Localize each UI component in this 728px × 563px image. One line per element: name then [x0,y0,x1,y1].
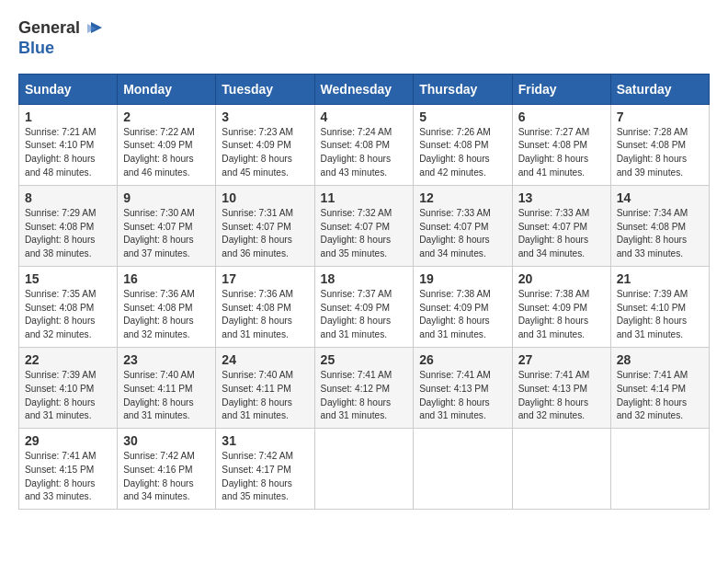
cell-info: Sunrise: 7:26 AMSunset: 4:08 PMDaylight:… [419,126,506,180]
calendar-cell: 12Sunrise: 7:33 AMSunset: 4:07 PMDayligh… [414,185,512,266]
day-number: 3 [222,109,308,124]
calendar-cell: 13Sunrise: 7:33 AMSunset: 4:07 PMDayligh… [512,185,610,266]
cell-info: Sunrise: 7:36 AMSunset: 4:08 PMDaylight:… [222,288,308,342]
cell-info: Sunrise: 7:24 AMSunset: 4:08 PMDaylight:… [321,126,408,180]
cell-info: Sunrise: 7:37 AMSunset: 4:09 PMDaylight:… [321,288,408,342]
cell-info: Sunrise: 7:23 AMSunset: 4:09 PMDaylight:… [222,126,308,180]
calendar-cell: 19Sunrise: 7:38 AMSunset: 4:09 PMDayligh… [414,266,512,347]
week-row-1: 1Sunrise: 7:21 AMSunset: 4:10 PMDaylight… [19,104,710,185]
day-number: 13 [518,190,605,205]
day-number: 19 [419,271,506,286]
cell-info: Sunrise: 7:33 AMSunset: 4:07 PMDaylight:… [419,207,506,261]
cell-info: Sunrise: 7:29 AMSunset: 4:08 PMDaylight:… [25,207,111,261]
calendar-cell: 2Sunrise: 7:22 AMSunset: 4:09 PMDaylight… [118,104,216,185]
calendar-cell [414,429,512,510]
day-number: 12 [419,190,506,205]
week-row-3: 15Sunrise: 7:35 AMSunset: 4:08 PMDayligh… [19,266,710,347]
cell-info: Sunrise: 7:41 AMSunset: 4:12 PMDaylight:… [321,369,408,423]
calendar-cell: 28Sunrise: 7:41 AMSunset: 4:14 PMDayligh… [610,347,709,428]
calendar-cell: 3Sunrise: 7:23 AMSunset: 4:09 PMDaylight… [216,104,314,185]
day-number: 6 [518,109,605,124]
cell-info: Sunrise: 7:22 AMSunset: 4:09 PMDaylight:… [123,126,210,180]
logo: General Blue [18,18,102,59]
cell-info: Sunrise: 7:34 AMSunset: 4:08 PMDaylight:… [617,207,703,261]
day-number: 15 [25,271,111,286]
calendar-cell: 16Sunrise: 7:36 AMSunset: 4:08 PMDayligh… [118,266,216,347]
calendar-cell: 22Sunrise: 7:39 AMSunset: 4:10 PMDayligh… [19,347,118,428]
calendar-cell: 9Sunrise: 7:30 AMSunset: 4:07 PMDaylight… [118,185,216,266]
calendar-table: SundayMondayTuesdayWednesdayThursdayFrid… [18,74,710,511]
day-number: 24 [222,352,308,367]
logo-bird-icon [82,18,102,39]
page-header: General Blue [18,18,710,59]
calendar-cell: 11Sunrise: 7:32 AMSunset: 4:07 PMDayligh… [314,185,414,266]
week-row-2: 8Sunrise: 7:29 AMSunset: 4:08 PMDaylight… [19,185,710,266]
logo-blue: Blue [18,39,102,59]
day-number: 31 [222,433,308,448]
calendar-cell: 20Sunrise: 7:38 AMSunset: 4:09 PMDayligh… [512,266,610,347]
calendar-cell: 6Sunrise: 7:27 AMSunset: 4:08 PMDaylight… [512,104,610,185]
day-number: 22 [25,352,111,367]
cell-info: Sunrise: 7:38 AMSunset: 4:09 PMDaylight:… [518,288,605,342]
day-number: 14 [617,190,703,205]
calendar-cell [314,429,414,510]
day-number: 17 [222,271,308,286]
calendar-cell: 10Sunrise: 7:31 AMSunset: 4:07 PMDayligh… [216,185,314,266]
calendar-cell: 14Sunrise: 7:34 AMSunset: 4:08 PMDayligh… [610,185,709,266]
day-number: 26 [419,352,506,367]
day-number: 28 [617,352,703,367]
week-row-5: 29Sunrise: 7:41 AMSunset: 4:15 PMDayligh… [19,429,710,510]
day-number: 25 [321,352,408,367]
calendar-cell [512,429,610,510]
day-number: 18 [321,271,408,286]
cell-info: Sunrise: 7:32 AMSunset: 4:07 PMDaylight:… [321,207,408,261]
cell-info: Sunrise: 7:21 AMSunset: 4:10 PMDaylight:… [25,126,111,180]
col-header-thursday: Thursday [414,74,512,104]
day-number: 27 [518,352,605,367]
logo-general: General [18,18,80,39]
cell-info: Sunrise: 7:33 AMSunset: 4:07 PMDaylight:… [518,207,605,261]
cell-info: Sunrise: 7:30 AMSunset: 4:07 PMDaylight:… [123,207,210,261]
cell-info: Sunrise: 7:38 AMSunset: 4:09 PMDaylight:… [419,288,506,342]
cell-info: Sunrise: 7:39 AMSunset: 4:10 PMDaylight:… [617,288,703,342]
day-number: 29 [25,433,111,448]
calendar-cell: 29Sunrise: 7:41 AMSunset: 4:15 PMDayligh… [19,429,118,510]
calendar-cell: 1Sunrise: 7:21 AMSunset: 4:10 PMDaylight… [19,104,118,185]
cell-info: Sunrise: 7:28 AMSunset: 4:08 PMDaylight:… [617,126,703,180]
day-number: 7 [617,109,703,124]
cell-info: Sunrise: 7:40 AMSunset: 4:11 PMDaylight:… [123,369,210,423]
col-header-wednesday: Wednesday [314,74,414,104]
col-header-tuesday: Tuesday [216,74,314,104]
calendar-cell: 5Sunrise: 7:26 AMSunset: 4:08 PMDaylight… [414,104,512,185]
header-row: SundayMondayTuesdayWednesdayThursdayFrid… [19,74,710,104]
day-number: 2 [123,109,210,124]
cell-info: Sunrise: 7:41 AMSunset: 4:15 PMDaylight:… [25,450,111,504]
col-header-friday: Friday [512,74,610,104]
day-number: 8 [25,190,111,205]
day-number: 20 [518,271,605,286]
cell-info: Sunrise: 7:31 AMSunset: 4:07 PMDaylight:… [222,207,308,261]
cell-info: Sunrise: 7:42 AMSunset: 4:16 PMDaylight:… [123,450,210,504]
col-header-saturday: Saturday [610,74,709,104]
day-number: 9 [123,190,210,205]
calendar-cell: 7Sunrise: 7:28 AMSunset: 4:08 PMDaylight… [610,104,709,185]
calendar-cell: 24Sunrise: 7:40 AMSunset: 4:11 PMDayligh… [216,347,314,428]
day-number: 4 [321,109,408,124]
week-row-4: 22Sunrise: 7:39 AMSunset: 4:10 PMDayligh… [19,347,710,428]
calendar-cell: 18Sunrise: 7:37 AMSunset: 4:09 PMDayligh… [314,266,414,347]
calendar-cell: 4Sunrise: 7:24 AMSunset: 4:08 PMDaylight… [314,104,414,185]
col-header-monday: Monday [118,74,216,104]
cell-info: Sunrise: 7:40 AMSunset: 4:11 PMDaylight:… [222,369,308,423]
cell-info: Sunrise: 7:27 AMSunset: 4:08 PMDaylight:… [518,126,605,180]
day-number: 10 [222,190,308,205]
calendar-cell: 25Sunrise: 7:41 AMSunset: 4:12 PMDayligh… [314,347,414,428]
calendar-cell: 30Sunrise: 7:42 AMSunset: 4:16 PMDayligh… [118,429,216,510]
cell-info: Sunrise: 7:41 AMSunset: 4:13 PMDaylight:… [419,369,506,423]
day-number: 16 [123,271,210,286]
day-number: 30 [123,433,210,448]
calendar-cell: 23Sunrise: 7:40 AMSunset: 4:11 PMDayligh… [118,347,216,428]
calendar-cell: 15Sunrise: 7:35 AMSunset: 4:08 PMDayligh… [19,266,118,347]
calendar-cell: 21Sunrise: 7:39 AMSunset: 4:10 PMDayligh… [610,266,709,347]
day-number: 1 [25,109,111,124]
calendar-cell [610,429,709,510]
